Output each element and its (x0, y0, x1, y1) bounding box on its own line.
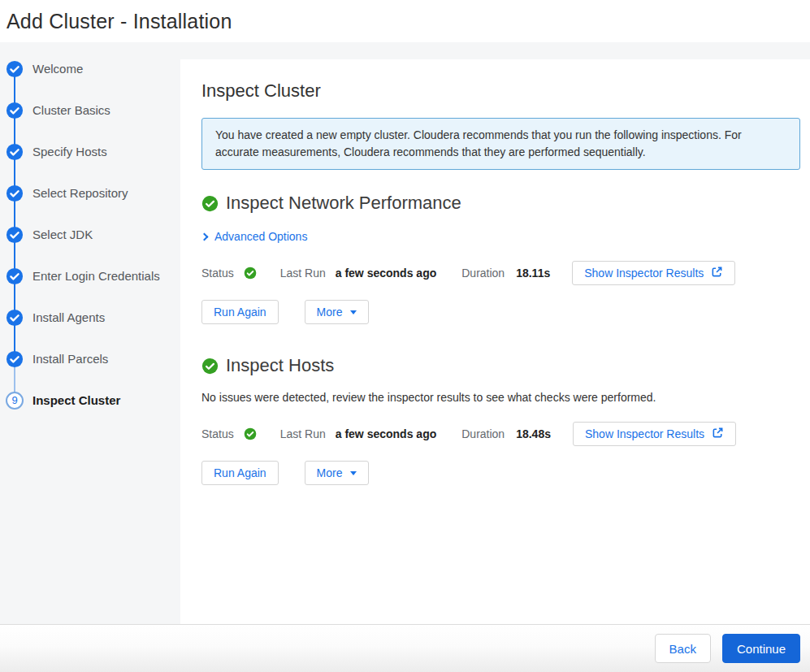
info-alert-text: You have created a new empty cluster. Cl… (215, 128, 742, 158)
step-complete-icon (6, 143, 24, 161)
step-complete-icon (6, 184, 24, 202)
step-label: Select Repository (32, 184, 128, 202)
info-alert: You have created a new empty cluster. Cl… (201, 118, 800, 170)
show-inspector-results-button[interactable]: Show Inspector Results (572, 261, 735, 285)
last-run-label: Last Run (280, 427, 326, 440)
step-label: Install Agents (32, 309, 105, 327)
step-label: Welcome (32, 60, 83, 78)
sidebar-item-welcome[interactable]: Welcome (0, 60, 180, 102)
step-complete-icon (6, 102, 24, 119)
success-check-icon (201, 358, 219, 375)
step-label: Cluster Basics (32, 102, 110, 119)
status-row: Status Last Run a few seconds ago Durati… (201, 422, 800, 446)
show-inspector-results-label: Show Inspector Results (585, 427, 704, 440)
wizard-body: Welcome Cluster Basics Specify Hosts Sel… (0, 42, 810, 624)
advanced-options-link[interactable]: Advanced Options (201, 230, 307, 243)
advanced-options-label: Advanced Options (214, 230, 307, 243)
duration-label: Duration (461, 267, 505, 280)
more-button[interactable]: More (305, 461, 369, 485)
actions-row: Run Again More (201, 461, 800, 485)
more-label: More (317, 306, 343, 319)
sidebar-item-install-parcels[interactable]: Install Parcels (0, 350, 180, 392)
wizard-steps-sidebar: Welcome Cluster Basics Specify Hosts Sel… (0, 42, 180, 624)
duration-value: 18.48s (516, 427, 551, 440)
status-row: Status Last Run a few seconds ago Durati… (201, 261, 800, 285)
continue-button[interactable]: Continue (722, 634, 800, 663)
duration-value: 18.11s (516, 267, 550, 280)
page-header: Add Cluster - Installation (0, 0, 810, 42)
status-success-icon (244, 267, 257, 280)
success-check-icon (201, 195, 219, 212)
last-run-value: a few seconds ago (336, 427, 436, 440)
show-inspector-results-label: Show Inspector Results (584, 267, 704, 280)
chevron-right-icon (201, 233, 209, 241)
step-label: Select JDK (32, 226, 93, 244)
step-complete-icon (6, 350, 24, 368)
actions-row: Run Again More (201, 300, 800, 324)
show-inspector-results-button[interactable]: Show Inspector Results (573, 422, 736, 446)
step-label: Inspect Cluster (32, 392, 120, 410)
external-link-icon (711, 266, 723, 280)
status-label: Status (201, 427, 234, 440)
inspect-network-performance-section: Inspect Network Performance Advanced Opt… (201, 193, 800, 324)
more-label: More (317, 466, 343, 479)
step-complete-icon (6, 309, 24, 327)
external-link-icon (712, 427, 724, 441)
current-step-number-badge: 9 (6, 392, 24, 410)
step-label: Enter Login Credentials (32, 267, 160, 285)
section-title: Inspect Hosts (226, 355, 334, 376)
duration-label: Duration (461, 427, 505, 440)
step-label: Install Parcels (32, 350, 108, 368)
step-complete-icon (6, 226, 24, 244)
step-complete-icon (6, 60, 24, 78)
status-success-icon (244, 427, 257, 440)
sidebar-item-specify-hosts[interactable]: Specify Hosts (0, 143, 180, 184)
wizard-footer: Back Continue (0, 624, 810, 672)
run-again-button[interactable]: Run Again (201, 461, 279, 485)
sidebar-item-enter-login-credentials[interactable]: Enter Login Credentials (0, 267, 180, 309)
caret-down-icon (350, 471, 357, 475)
sidebar-item-select-repository[interactable]: Select Repository (0, 184, 180, 226)
run-again-button[interactable]: Run Again (201, 300, 279, 324)
caret-down-icon (350, 310, 357, 314)
status-label: Status (201, 267, 234, 280)
back-button[interactable]: Back (655, 634, 711, 663)
inspect-hosts-section: Inspect Hosts No issues were detected, r… (201, 355, 800, 485)
sidebar-item-cluster-basics[interactable]: Cluster Basics (0, 102, 180, 143)
more-button[interactable]: More (305, 300, 369, 324)
last-run-label: Last Run (280, 267, 326, 280)
step-complete-icon (6, 267, 24, 285)
step-label: Specify Hosts (32, 143, 107, 161)
last-run-value: a few seconds ago (336, 267, 436, 280)
sidebar-item-inspect-cluster[interactable]: 9 Inspect Cluster (0, 392, 180, 433)
content-heading: Inspect Cluster (201, 80, 800, 102)
section-description: No issues were detected, review the insp… (201, 391, 800, 404)
sidebar-item-select-jdk[interactable]: Select JDK (0, 226, 180, 267)
main-content: Inspect Cluster You have created a new e… (180, 59, 810, 624)
sidebar-item-install-agents[interactable]: Install Agents (0, 309, 180, 350)
section-title: Inspect Network Performance (226, 193, 461, 214)
page-title: Add Cluster - Installation (6, 10, 232, 33)
